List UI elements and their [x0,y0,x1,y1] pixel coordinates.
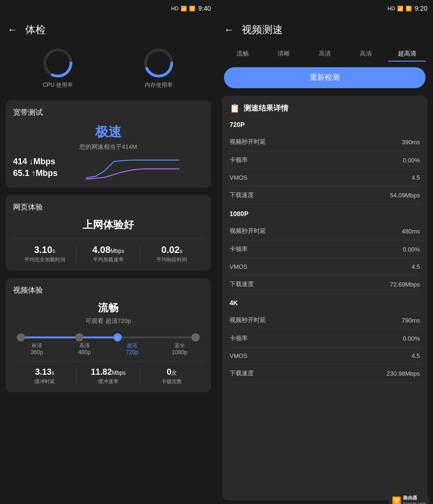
section-720p: 720P 视频秒开时延 390ms 卡顿率 0.00% VMOS 4.5 下载速… [230,121,420,204]
video-stat-stutter: 0次 卡顿次数 [140,367,203,385]
tab-ultrahd[interactable]: 超高清 [388,47,426,62]
video-slider-track [17,336,200,338]
mem-label: 内存使用率 [145,81,173,89]
web-title: 网页体验 [13,203,203,212]
tab-clear[interactable]: 清晰 [265,47,302,62]
slider-dot-0[interactable] [17,333,25,342]
router-icon: 🛜 [392,496,401,504]
left-header: ← 体检 [0,17,216,43]
right-wifi-icon: 🛜 [405,6,412,12]
quality-tabs: 流畅 清晰 高清 高清 超高清 [216,43,433,63]
web-stat1-val: 3.10s [13,245,76,255]
web-stat3-lbl: 平均响应时间 [140,256,203,263]
web-status: 上网体验好 [13,218,203,232]
left-status-bar: HD 📶 🛜 9:40 [0,0,216,17]
broadband-speed-text: 极速 [13,123,203,141]
video-stat-buffer: 3.13s 缓冲时延 [13,367,77,385]
metric-720p-speed: 下载速度 54.09Mbps [230,186,420,204]
broadband-card: 宽带测试 极速 您的网速相当于414M 414 ↓Mbps 65.1 ↑Mbps [6,100,211,188]
slider-fill [17,336,118,338]
metric-4k-vmos: VMOS 4.5 [230,348,420,364]
tab-hd[interactable]: 高清 [306,47,343,62]
web-stat3-val: 0.02s [140,245,203,255]
metric-1080p-speed: 下载速度 72.69Mbps [230,275,420,294]
speed-val-group: 414 ↓Mbps 65.1 ↑Mbps [13,157,58,178]
cpu-gauge: CPU 使用率 [42,47,74,89]
video-stat-rate: 11.82Mbps 缓冲速率 [77,367,140,385]
web-stat-load: 3.10s 平均完全加载时间 [13,245,77,263]
slider-item-2: 超清 720p [108,342,156,356]
watermark-bottom: luyouqi.com [403,501,426,504]
slider-dot-1[interactable] [75,333,84,342]
metric-4k-speed: 下载速度 230.98Mbps [230,364,420,383]
left-back-button[interactable]: ← [7,24,18,36]
results-title: 测速结果详情 [244,104,288,113]
right-time: 9:20 [415,5,427,12]
video-stat3-lbl: 卡顿次数 [140,378,203,385]
right-page-title: 视频测速 [242,23,283,37]
left-signal-icons: HD 📶 🛜 [171,6,196,12]
retest-button[interactable]: 重新检测 [224,67,426,88]
resolution-label-4k: 4K [230,299,420,307]
web-stat2-val: 4.08Mbps [77,245,140,255]
resolution-label-720p: 720P [230,121,420,128]
broadband-speed-sub: 您的网速相当于414M [13,143,203,151]
resolution-label-1080p: 1080P [230,210,420,217]
cpu-mem-row: CPU 使用率 内存使用率 [0,43,216,97]
video-stat2-val: 11.82Mbps [77,367,140,377]
slider-item-0: 标清 360p [13,342,61,356]
metric-720p-vmos: VMOS 4.5 [230,169,420,186]
right-signal-icons: HD 📶 🛜 [388,6,412,12]
metric-1080p-stutter: 卡顿率 0.00% [230,240,420,259]
slider-dot-3[interactable] [191,333,200,342]
metric-720p-stutter: 卡顿率 0.00% [230,151,420,169]
right-hd-icon: HD [388,6,395,11]
metric-4k-delay: 视频秒开时延 790ms [230,311,420,329]
results-icon: 📋 [230,103,240,113]
cpu-label: CPU 使用率 [43,81,73,89]
upload-val: 65.1 ↑Mbps [13,168,58,178]
signal-bars-icon: 📶 [181,6,187,12]
right-panel: HD 📶 🛜 9:20 ← 视频测速 流畅 清晰 高清 高清 超高清 重新检测 … [216,0,433,504]
right-signal-bars-icon: 📶 [397,6,404,12]
video-status: 流畅 [13,301,203,315]
section-1080p: 1080P 视频秒开时延 480ms 卡顿率 0.00% VMOS 4.5 下载… [230,210,420,294]
video-title: 视频体验 [13,286,203,295]
speed-values-row: 414 ↓Mbps 65.1 ↑Mbps [13,157,203,180]
mem-gauge: 内存使用率 [142,47,175,89]
video-stat2-lbl: 缓冲速率 [77,378,140,385]
metric-4k-stutter: 卡顿率 0.00% [230,329,420,348]
left-page-title: 体检 [25,23,46,37]
slider-dot-2[interactable] [113,333,122,342]
tab-hd2[interactable]: 高清 [347,47,384,62]
web-stat-response: 0.02s 平均响应时间 [140,245,203,263]
video-stat1-val: 3.13s [13,367,76,377]
hd-icon: HD [171,6,179,11]
slider-item-3: 蓝光 1080p [156,342,203,356]
web-card: 网页体验 上网体验好 3.10s 平均完全加载时间 4.08Mbps 平均加载速… [6,195,211,271]
speed-chart [62,157,204,180]
video-stat3-val: 0次 [140,367,203,377]
web-stat2-lbl: 平均加载速率 [77,256,140,263]
left-time: 9:40 [198,5,211,12]
right-status-bar: HD 📶 🛜 9:20 [216,0,433,17]
right-back-button[interactable]: ← [224,24,234,36]
left-panel: HD 📶 🛜 9:40 ← 体检 CPU 使用率 内存使用率 宽带测试 [0,0,216,504]
metric-1080p-vmos: VMOS 4.5 [230,259,420,275]
section-4k: 4K 视频秒开时延 790ms 卡顿率 0.00% VMOS 4.5 下载速度 … [230,299,420,383]
web-stat1-lbl: 平均完全加载时间 [13,256,76,263]
tab-smooth[interactable]: 流畅 [224,47,261,62]
web-stats-row: 3.10s 平均完全加载时间 4.08Mbps 平均加载速率 0.02s 平均响… [13,238,203,263]
video-sub: 可观看 超清720p [13,317,203,325]
right-header: ← 视频测速 [216,17,433,43]
metric-1080p-delay: 视频秒开时延 480ms [230,222,420,240]
wifi-icon: 🛜 [189,6,196,12]
video-stat1-lbl: 缓冲时延 [13,378,76,385]
watermark-top: 路由器 [403,495,426,501]
metric-720p-delay: 视频秒开时延 390ms [230,133,420,151]
slider-labels: 标清 360p 高清 480p 超清 720p 蓝光 1080p [13,342,203,356]
results-card: 📋 测速结果详情 720P 视频秒开时延 390ms 卡顿率 0.00% VMO… [222,96,427,500]
results-header: 📋 测速结果详情 [230,103,420,113]
web-stat-speed: 4.08Mbps 平均加载速率 [77,245,140,263]
video-card: 视频体验 流畅 可观看 超清720p 标清 360p 高清 480p 超清 72… [6,278,211,392]
